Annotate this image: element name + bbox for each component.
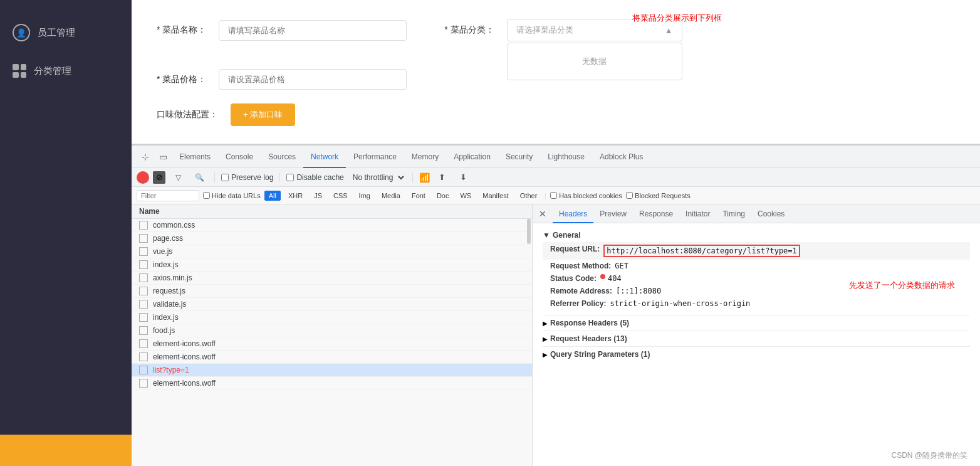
sidebar: 👤 员工管理 分类管理 — [0, 0, 132, 466]
tab-performance[interactable]: Performance — [346, 146, 404, 168]
has-blocked-cookies-checkbox[interactable]: Has blocked cookies — [550, 192, 622, 199]
web-form-area: * 菜品名称： * 菜品分类： 请选择菜品分类 ▲ 无数据 将菜品分类 — [132, 0, 980, 144]
throttling-select[interactable]: No throttling — [348, 172, 406, 183]
tab-security[interactable]: Security — [498, 146, 540, 168]
flavor-row: 口味做法配置： + 添加口味 — [157, 103, 955, 126]
tab-console[interactable]: Console — [218, 146, 261, 168]
tab-timing[interactable]: Timing — [716, 204, 751, 223]
scrollbar-thumb[interactable] — [527, 219, 531, 244]
tab-response[interactable]: Response — [633, 204, 679, 223]
detail-annotation: 先发送了一个分类数据的请求 — [849, 280, 955, 291]
devtools-tab-bar: ⊹ ▭ Elements Console Sources Network Per… — [132, 146, 980, 168]
devtools-toolbar: ⊘ ▽ 🔍 Preserve log Disable cache No thro… — [132, 168, 980, 187]
tab-memory[interactable]: Memory — [404, 146, 446, 168]
price-input[interactable] — [219, 69, 407, 90]
request-method-key: Request Method: — [550, 262, 611, 270]
search-icon[interactable]: 🔍 — [190, 169, 208, 186]
device-icon[interactable]: ▭ — [154, 148, 172, 166]
request-headers-header[interactable]: ▶ Request Headers (13) — [543, 331, 970, 346]
item-checkbox — [139, 260, 148, 269]
toolbar-sep-3 — [412, 172, 413, 183]
filter-type-doc[interactable]: Doc — [433, 192, 453, 199]
sidebar-item-category[interactable]: 分类管理 — [0, 53, 132, 89]
filter-input[interactable] — [137, 190, 199, 201]
filter-type-img[interactable]: Img — [355, 192, 374, 199]
arrow-right-icon: ▶ — [543, 351, 548, 358]
filter-type-ws[interactable]: WS — [456, 192, 475, 199]
blocked-requests-checkbox[interactable]: Blocked Requests — [626, 192, 691, 199]
item-checkbox — [139, 339, 148, 348]
tab-adblock[interactable]: Adblock Plus — [592, 146, 650, 168]
list-item[interactable]: food.js — [132, 324, 532, 337]
tab-network[interactable]: Network — [303, 146, 346, 168]
response-headers-title: Response Headers (5) — [550, 319, 629, 327]
list-item-selected[interactable]: list?type=1 — [132, 364, 532, 377]
response-headers-section: ▶ Response Headers (5) — [543, 315, 970, 331]
list-item[interactable]: index.js — [132, 258, 532, 272]
list-item[interactable]: index.js — [132, 311, 532, 324]
grid-icon — [13, 64, 26, 78]
filter-type-font[interactable]: Font — [408, 192, 429, 199]
dish-name-input[interactable] — [219, 20, 407, 41]
request-headers-section: ▶ Request Headers (13) — [543, 331, 970, 346]
detail-panel: ✕ Headers Preview Response Initiator Tim… — [533, 204, 980, 466]
filter-type-xhr[interactable]: XHR — [284, 192, 306, 199]
upload-icon[interactable]: ⬆ — [434, 169, 451, 186]
list-item[interactable]: validate.js — [132, 298, 532, 311]
main-content: * 菜品名称： * 菜品分类： 请选择菜品分类 ▲ 无数据 将菜品分类 — [132, 0, 980, 466]
item-checkbox — [139, 300, 148, 309]
list-item[interactable]: axios.min.js — [132, 272, 532, 285]
sidebar-active-bar — [0, 435, 132, 466]
filter-type-other[interactable]: Other — [516, 192, 541, 199]
item-checkbox — [139, 273, 148, 282]
filter-type-media[interactable]: Media — [378, 192, 404, 199]
preserve-log-checkbox[interactable]: Preserve log — [221, 173, 273, 182]
response-headers-header[interactable]: ▶ Response Headers (5) — [543, 315, 970, 331]
record-button[interactable] — [137, 171, 149, 184]
request-method-row: Request Method: GET — [543, 260, 970, 272]
filter-type-manifest[interactable]: Manifest — [479, 192, 513, 199]
category-annotation: 将菜品分类展示到下列框 — [632, 13, 758, 24]
tab-initiator[interactable]: Initiator — [679, 204, 716, 223]
general-section-header[interactable]: ▼ General — [543, 228, 970, 242]
chevron-up-icon: ▲ — [665, 26, 673, 35]
request-url-key: Request URL: — [550, 245, 600, 257]
list-item[interactable]: element-icons.woff — [132, 337, 532, 351]
disable-cache-checkbox[interactable]: Disable cache — [286, 173, 343, 182]
tab-preview[interactable]: Preview — [593, 204, 633, 223]
list-item[interactable]: element-icons.woff — [132, 377, 532, 390]
dish-name-label: * 菜品名称： — [157, 24, 206, 36]
item-checkbox — [139, 287, 148, 295]
list-item[interactable]: vue.js — [132, 245, 532, 258]
filter-icon[interactable]: ▽ — [169, 169, 187, 186]
sidebar-item-label: 分类管理 — [34, 65, 71, 77]
tab-cookies[interactable]: Cookies — [751, 204, 791, 223]
tab-sources[interactable]: Sources — [261, 146, 303, 168]
tab-elements[interactable]: Elements — [172, 146, 218, 168]
general-title: General — [553, 231, 581, 240]
item-checkbox — [139, 313, 148, 322]
cursor-icon[interactable]: ⊹ — [137, 148, 154, 166]
add-flavor-button[interactable]: + 添加口味 — [231, 103, 295, 126]
list-item[interactable]: common.css — [132, 219, 532, 232]
close-icon[interactable]: ✕ — [536, 208, 549, 220]
user-icon: 👤 — [13, 24, 30, 41]
item-checkbox — [139, 366, 148, 374]
filter-type-js[interactable]: JS — [310, 192, 326, 199]
list-item[interactable]: request.js — [132, 285, 532, 298]
item-checkbox — [139, 326, 148, 335]
item-checkbox — [139, 247, 148, 256]
list-item[interactable]: page.css — [132, 232, 532, 245]
clear-button[interactable]: ⊘ — [153, 171, 165, 184]
filter-type-all[interactable]: All — [264, 191, 281, 201]
filter-type-css[interactable]: CSS — [330, 192, 352, 199]
download-icon[interactable]: ⬇ — [455, 169, 472, 186]
sidebar-item-employee[interactable]: 👤 员工管理 — [0, 13, 132, 53]
query-string-header[interactable]: ▶ Query String Parameters (1) — [543, 347, 970, 362]
list-item[interactable]: element-icons.woff — [132, 351, 532, 364]
tab-headers[interactable]: Headers — [553, 204, 593, 223]
referrer-policy-row: Referrer Policy: strict-origin-when-cros… — [543, 297, 970, 310]
hide-data-urls-checkbox[interactable]: Hide data URLs — [203, 192, 261, 199]
tab-application[interactable]: Application — [446, 146, 498, 168]
tab-lighthouse[interactable]: Lighthouse — [540, 146, 592, 168]
